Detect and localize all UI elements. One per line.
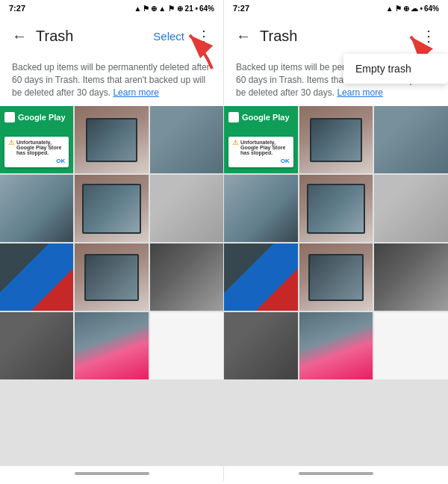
home-bar-right — [299, 472, 373, 475]
status-time-left: 7:27 — [9, 4, 25, 13]
photo-cell[interactable] — [299, 175, 373, 242]
photo-cell[interactable] — [374, 243, 448, 311]
dropdown-menu: Empty trash — [343, 54, 448, 84]
photo-cell — [374, 312, 448, 379]
laptop-screen-r3 — [308, 254, 364, 301]
photo-cell[interactable] — [75, 106, 148, 173]
photo-cell[interactable] — [299, 106, 373, 173]
photo-cell[interactable]: ▶ Google Play ⚠ Unfortunately, Google Pl… — [224, 106, 298, 173]
photo-cell[interactable] — [0, 175, 73, 242]
back-arrow-icon-right: ← — [236, 28, 251, 45]
gplay-text-r: Google Play — [242, 113, 290, 122]
laptop-screen-r1 — [310, 118, 361, 162]
gplay-dialog-text: Unfortunately, Google Play Store has sto… — [16, 140, 65, 155]
info-bar-left: Backed up items will be permanently dele… — [0, 55, 223, 106]
select-button[interactable]: Select — [147, 24, 190, 49]
photo-cell[interactable] — [150, 106, 223, 173]
laptop-screen-2 — [82, 184, 141, 235]
back-button-left[interactable]: ← — [6, 22, 33, 49]
laptop-screen-3 — [84, 254, 140, 301]
photo-cell[interactable] — [374, 106, 448, 173]
more-icon-left: ⋮ — [196, 27, 211, 45]
laptop-screen-r2 — [307, 184, 366, 235]
status-time-right: 7:27 — [233, 4, 249, 13]
back-button-right[interactable]: ← — [230, 22, 257, 49]
photo-cell[interactable] — [299, 243, 373, 311]
gplay-ok-label: OK — [8, 158, 65, 164]
sync-icon: ⊕ — [151, 4, 157, 13]
page-title-left: Trash — [36, 28, 147, 45]
wifi-icon-r: ▲ — [386, 4, 393, 13]
gplay-play-icon: ▶ — [4, 112, 15, 122]
info-text-left: Backed up items will be permanently dele… — [12, 62, 210, 98]
battery-right: 64% — [424, 4, 439, 13]
photo-cell[interactable] — [75, 175, 148, 242]
photo-cell[interactable] — [224, 243, 298, 311]
wifi-icon: ▲ — [134, 4, 141, 13]
sync-icon-r: ⊕ — [403, 4, 409, 13]
status-icons-right: ▲ ⚑ ⊕ ☁ • 64% — [386, 4, 439, 13]
photo-cell[interactable]: ▶ Google Play ⚠ Unfortunately, Google Pl… — [0, 106, 73, 173]
warning-icon-r: ⚠ — [232, 140, 238, 146]
photo-cell[interactable] — [150, 175, 223, 242]
photo-cell[interactable] — [75, 243, 148, 311]
photo-cell[interactable] — [0, 312, 73, 379]
learn-more-link-left[interactable]: Learn more — [113, 87, 158, 98]
gplay-label: ▶ Google Play — [4, 112, 66, 122]
photo-cell[interactable] — [150, 243, 223, 311]
photo-cell[interactable] — [0, 243, 73, 311]
location-icon-r: ⚑ — [395, 4, 402, 13]
gplay-dialog: ⚠ Unfortunately, Google Play Store has s… — [4, 137, 69, 167]
left-app-bar: ← Trash Select ⋮ — [0, 16, 223, 55]
photo-cell[interactable] — [299, 312, 373, 379]
gplay-dialog-r: ⚠ Unfortunately, Google Play Store has s… — [228, 137, 293, 167]
gplay-label-r: ▶ Google Play — [228, 112, 290, 122]
photo-grid-left: ▶ Google Play ⚠ Unfortunately, Google Pl… — [0, 106, 223, 466]
status-icons-left: ▲ ⚑ ⊕ ▲ ⚑ ⊕ 21 • 64% — [134, 4, 214, 13]
back-arrow-icon-left: ← — [12, 28, 27, 45]
cloud-icon: ☁ • — [411, 4, 423, 13]
photo-cell[interactable] — [224, 175, 298, 242]
gplay-ok-label-r: OK — [232, 158, 290, 164]
empty-trash-item[interactable]: Empty trash — [343, 54, 448, 84]
gplay-dialog-text-r: Unfortunately, Google Play Store has sto… — [240, 140, 290, 155]
notification-count: ▲ ⚑ ⊕ 21 • — [158, 4, 198, 13]
photo-grid-right: ▶ Google Play ⚠ Unfortunately, Google Pl… — [224, 106, 448, 466]
photo-cell — [150, 312, 223, 379]
learn-more-link-right[interactable]: Learn more — [337, 87, 382, 98]
location-icon: ⚑ — [143, 4, 149, 13]
warning-icon: ⚠ — [8, 140, 14, 146]
more-button-left[interactable]: ⋮ — [190, 22, 217, 49]
laptop-screen — [86, 118, 137, 162]
gplay-text: Google Play — [18, 113, 66, 122]
home-indicator-right — [224, 466, 448, 481]
home-indicator-left — [0, 466, 224, 481]
photo-cell[interactable] — [224, 312, 298, 379]
photo-cell[interactable] — [374, 175, 448, 242]
photo-cell[interactable] — [75, 312, 148, 379]
home-bar-left — [75, 472, 149, 475]
battery-left: 64% — [199, 4, 214, 13]
gplay-play-icon-r: ▶ — [228, 112, 239, 122]
